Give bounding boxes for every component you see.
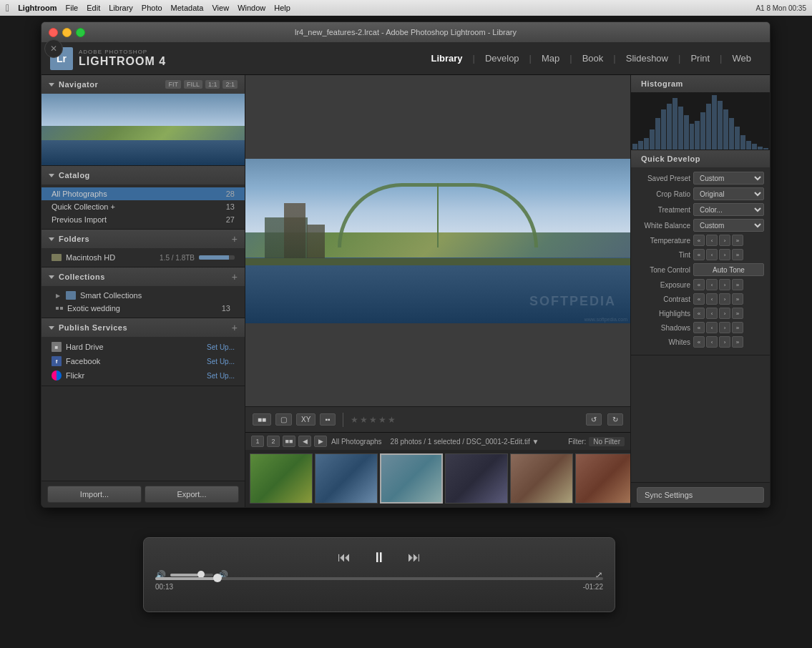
- catalog-quick-collection[interactable]: Quick Collection + 13: [41, 200, 245, 213]
- traffic-light-green[interactable]: [76, 28, 85, 37]
- star-rating[interactable]: ★ ★ ★ ★ ★: [351, 415, 396, 425]
- temp-dec[interactable]: ‹: [706, 235, 718, 246]
- traffic-light-red[interactable]: [49, 28, 58, 37]
- navigator-header[interactable]: Navigator FIT FILL 1:1 2:1: [41, 75, 245, 94]
- collection-smart[interactable]: ▶ Smart Collections: [41, 289, 245, 302]
- volume-slider[interactable]: [170, 574, 213, 576]
- temp-inc-inc[interactable]: »: [732, 235, 743, 246]
- nav-map[interactable]: Map: [532, 42, 569, 75]
- histogram-header[interactable]: Histogram: [631, 75, 770, 92]
- zoom-fit[interactable]: FIT: [165, 80, 181, 89]
- sh-dec-dec[interactable]: «: [693, 322, 705, 333]
- con-inc-inc[interactable]: »: [732, 293, 743, 305]
- filmstrip-next-btn[interactable]: ▶: [314, 436, 327, 447]
- menu-lightroom[interactable]: Lightroom: [18, 4, 57, 12]
- publish-services-header[interactable]: Publish Services +: [41, 318, 245, 337]
- menu-metadata[interactable]: Metadata: [171, 4, 204, 12]
- publish-facebook[interactable]: f Facebook Set Up...: [41, 354, 245, 368]
- con-dec[interactable]: ‹: [706, 293, 718, 305]
- catalog-header[interactable]: Catalog: [41, 166, 245, 185]
- exp-dec[interactable]: ‹: [706, 279, 718, 290]
- wb-select[interactable]: Custom: [693, 219, 764, 232]
- publish-flickr-setup[interactable]: Set Up...: [207, 372, 235, 380]
- collections-add-btn[interactable]: +: [232, 271, 238, 283]
- grid-view-btn[interactable]: ■■: [253, 413, 271, 426]
- tint-dec[interactable]: ‹: [706, 249, 718, 260]
- zoom-2-1[interactable]: 2:1: [222, 80, 238, 89]
- tint-inc[interactable]: ›: [719, 249, 730, 260]
- quick-develop-header[interactable]: Quick Develop: [631, 150, 770, 167]
- zoom-1-1[interactable]: 1:1: [205, 80, 220, 89]
- exp-inc-inc[interactable]: »: [732, 279, 743, 290]
- skip-back-btn[interactable]: ⏮: [338, 550, 351, 565]
- tint-inc-inc[interactable]: »: [732, 249, 743, 260]
- filmstrip-prev-btn[interactable]: ◀: [298, 436, 311, 447]
- menu-view[interactable]: View: [212, 4, 229, 12]
- treatment-select[interactable]: Color...: [693, 203, 764, 216]
- star-2[interactable]: ★: [360, 415, 368, 425]
- con-inc[interactable]: ›: [719, 293, 730, 305]
- saved-preset-select[interactable]: Custom: [693, 172, 764, 185]
- sync-settings-btn[interactable]: Sync Settings: [637, 487, 764, 503]
- star-5[interactable]: ★: [388, 415, 396, 425]
- filmstrip-thumb-6[interactable]: [575, 453, 630, 504]
- catalog-previous-import[interactable]: Previous Import 27: [41, 213, 245, 226]
- nav-develop[interactable]: Develop: [475, 42, 529, 75]
- filmstrip-thumb-1[interactable]: [250, 453, 313, 504]
- wh-inc-inc[interactable]: »: [732, 336, 743, 348]
- compare-view-btn[interactable]: XY: [296, 413, 315, 426]
- menu-edit[interactable]: Edit: [87, 4, 100, 12]
- filmstrip-thumb-2[interactable]: [315, 453, 378, 504]
- publish-services-add-btn[interactable]: +: [232, 322, 238, 333]
- pause-btn[interactable]: ⏸: [365, 544, 393, 572]
- menu-window[interactable]: Window: [238, 4, 265, 12]
- wh-inc[interactable]: ›: [719, 336, 730, 348]
- menu-file[interactable]: File: [66, 4, 79, 12]
- exp-dec-dec[interactable]: «: [693, 279, 705, 290]
- hl-inc[interactable]: ›: [719, 308, 730, 319]
- collections-header[interactable]: Collections +: [41, 267, 245, 286]
- survey-view-btn[interactable]: ▪▪: [320, 413, 335, 426]
- wh-dec-dec[interactable]: «: [693, 336, 705, 348]
- hl-dec-dec[interactable]: «: [693, 308, 705, 319]
- zoom-fill[interactable]: FILL: [184, 80, 202, 89]
- exp-inc[interactable]: ›: [719, 279, 730, 290]
- collection-exotic-wedding[interactable]: Exotic wedding 13: [41, 302, 245, 315]
- star-4[interactable]: ★: [378, 415, 386, 425]
- folders-header[interactable]: Folders +: [41, 230, 245, 248]
- publish-hard-drive[interactable]: ■ Hard Drive Set Up...: [41, 340, 245, 354]
- con-dec-dec[interactable]: «: [693, 293, 705, 305]
- filmstrip-thumb-3[interactable]: [380, 453, 443, 504]
- filmstrip-page-2[interactable]: 2: [267, 436, 280, 447]
- rotate-left-btn[interactable]: ↺: [586, 413, 602, 426]
- filter-value[interactable]: No Filter: [589, 437, 625, 446]
- crop-ratio-select[interactable]: Original: [693, 187, 764, 200]
- sh-inc[interactable]: ›: [719, 322, 730, 333]
- progress-bar[interactable]: [155, 577, 603, 580]
- sh-inc-inc[interactable]: »: [732, 322, 743, 333]
- star-1[interactable]: ★: [351, 415, 358, 425]
- filmstrip-thumb-5[interactable]: [510, 453, 573, 504]
- nav-book[interactable]: Book: [572, 42, 614, 75]
- sh-dec[interactable]: ‹: [706, 322, 718, 333]
- temp-dec-dec[interactable]: «: [693, 235, 705, 246]
- wh-dec[interactable]: ‹: [706, 336, 718, 348]
- rotate-right-btn[interactable]: ↻: [607, 413, 623, 426]
- star-3[interactable]: ★: [369, 415, 377, 425]
- filmstrip-page-1[interactable]: 1: [251, 436, 264, 447]
- loupe-view-btn[interactable]: ▢: [275, 413, 292, 426]
- nav-web[interactable]: Web: [723, 42, 762, 75]
- nav-print[interactable]: Print: [680, 42, 720, 75]
- filmstrip-grid-btn[interactable]: ■■: [283, 436, 295, 447]
- tint-dec-dec[interactable]: «: [693, 249, 705, 260]
- publish-hdd-setup[interactable]: Set Up...: [207, 343, 235, 351]
- skip-forward-btn[interactable]: ⏭: [408, 550, 421, 565]
- import-button[interactable]: Import...: [47, 486, 142, 503]
- auto-tone-btn[interactable]: Auto Tone: [693, 263, 764, 276]
- hl-inc-inc[interactable]: »: [732, 308, 743, 319]
- temp-inc[interactable]: ›: [719, 235, 730, 246]
- publish-facebook-setup[interactable]: Set Up...: [207, 358, 235, 365]
- folder-macintosh-hd[interactable]: Macintosh HD 1.5 / 1.8TB: [41, 251, 245, 264]
- nav-library[interactable]: Library: [421, 42, 472, 75]
- menu-photo[interactable]: Photo: [142, 4, 162, 12]
